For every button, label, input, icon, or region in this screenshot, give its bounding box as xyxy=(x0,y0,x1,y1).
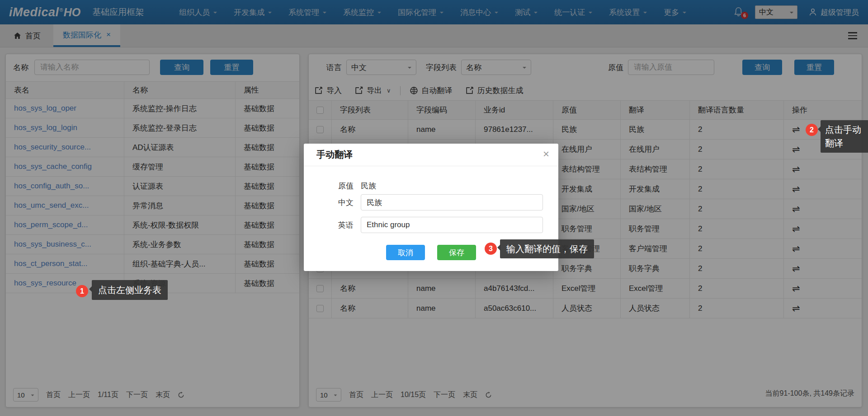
english-row: 英语 xyxy=(338,217,543,233)
orig-value-label: 原值 xyxy=(338,181,354,191)
orig-value-text: 民族 xyxy=(361,181,376,191)
save-button[interactable]: 保存 xyxy=(437,245,476,260)
english-input[interactable] xyxy=(361,217,543,233)
cancel-button[interactable]: 取消 xyxy=(386,245,425,260)
english-label: 英语 xyxy=(338,220,354,230)
dialog-header: 手动翻译 xyxy=(304,144,558,166)
chinese-input[interactable] xyxy=(361,194,543,210)
orig-value-row: 原值 民族 xyxy=(338,181,376,191)
chinese-label: 中文 xyxy=(338,197,354,208)
dialog-close-icon[interactable]: × xyxy=(543,149,549,159)
step-2-tooltip: 点击手动翻译 xyxy=(821,120,868,153)
step-1-tooltip: 点击左侧业务表 xyxy=(92,280,168,300)
chinese-row: 中文 xyxy=(338,194,543,210)
step-3-tooltip: 输入翻译的值，保存 xyxy=(500,239,594,258)
dialog-title: 手动翻译 xyxy=(316,149,353,161)
